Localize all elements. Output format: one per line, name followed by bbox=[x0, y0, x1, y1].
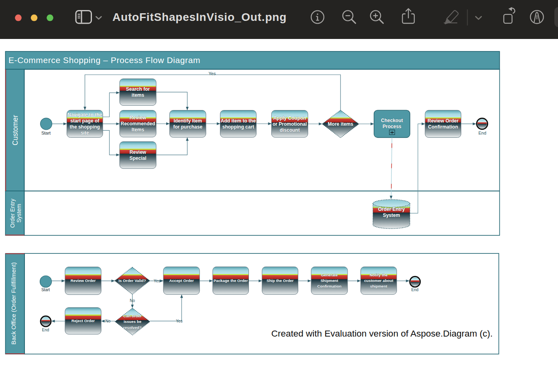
svg-text:Yes: Yes bbox=[154, 279, 160, 283]
svg-text:resolved?: resolved? bbox=[123, 325, 142, 330]
svg-text:Review Order: Review Order bbox=[428, 118, 459, 124]
svg-text:Order Entry: Order Entry bbox=[378, 206, 405, 212]
svg-text:Yes: Yes bbox=[209, 71, 216, 76]
svg-text:System: System bbox=[383, 212, 400, 218]
svg-text:Can order: Can order bbox=[123, 314, 142, 318]
svg-text:Apply Coupon: Apply Coupon bbox=[273, 115, 306, 121]
svg-text:Add item to the: Add item to the bbox=[221, 118, 256, 124]
svg-text:Review: Review bbox=[130, 149, 147, 155]
svg-text:Confirmation: Confirmation bbox=[428, 124, 458, 130]
svg-text:Created with Evaluation versio: Created with Evaluation version of Aspos… bbox=[271, 329, 493, 339]
svg-text:shopping cart: shopping cart bbox=[222, 124, 254, 130]
svg-text:End: End bbox=[42, 328, 49, 332]
svg-text:Review: Review bbox=[130, 115, 147, 120]
svg-text:the shopping: the shopping bbox=[70, 124, 100, 130]
svg-text:Generate: Generate bbox=[321, 273, 338, 277]
svg-text:issues be: issues be bbox=[124, 319, 142, 324]
svg-text:Accept Order: Accept Order bbox=[169, 278, 194, 283]
svg-text:Reject Order: Reject Order bbox=[71, 318, 95, 323]
svg-text:for purchase: for purchase bbox=[173, 124, 202, 130]
svg-text:Is Order Valid?: Is Order Valid? bbox=[118, 278, 146, 283]
svg-text:site: site bbox=[81, 130, 89, 136]
svg-text:Start: Start bbox=[41, 288, 50, 292]
svg-text:Recommended: Recommended bbox=[120, 121, 155, 127]
svg-text:E-Commerce Shopping – Process: E-Commerce Shopping – Process Flow Diagr… bbox=[8, 55, 200, 65]
svg-text:System: System bbox=[16, 204, 22, 223]
svg-text:No: No bbox=[130, 298, 135, 303]
svg-text:customer about: customer about bbox=[364, 278, 393, 283]
svg-text:End: End bbox=[411, 288, 419, 292]
svg-text:Shipment: Shipment bbox=[320, 278, 338, 283]
svg-text:or Promotional: or Promotional bbox=[273, 121, 307, 127]
svg-text:Confirmation: Confirmation bbox=[317, 284, 341, 288]
svg-text:Start: Start bbox=[41, 131, 51, 135]
svg-text:Navigate to the: Navigate to the bbox=[67, 112, 102, 118]
svg-text:start page of: start page of bbox=[70, 118, 100, 124]
svg-text:Search for: Search for bbox=[126, 86, 150, 92]
svg-text:End: End bbox=[479, 131, 487, 135]
svg-text:Identify Item: Identify Item bbox=[173, 118, 202, 124]
svg-text:Process: Process bbox=[383, 124, 401, 129]
svg-text:Back Office (Order Fullfillmen: Back Office (Order Fullfillment) bbox=[10, 262, 17, 345]
svg-text:Review Order: Review Order bbox=[71, 278, 96, 283]
svg-text:Customer: Customer bbox=[11, 115, 19, 145]
svg-text:Special: Special bbox=[129, 155, 146, 161]
svg-text:More items: More items bbox=[328, 121, 354, 127]
svg-text:Order Entry: Order Entry bbox=[9, 199, 16, 228]
svg-text:Notify the: Notify the bbox=[370, 273, 388, 277]
svg-text:Package the Order: Package the Order bbox=[214, 278, 248, 283]
svg-text:Items: Items bbox=[132, 127, 145, 133]
svg-text:No: No bbox=[106, 319, 111, 323]
svg-text:Ship the Order: Ship the Order bbox=[267, 278, 294, 283]
svg-text:discount: discount bbox=[280, 127, 300, 133]
svg-text:items: items bbox=[132, 92, 145, 98]
svg-text:Yes: Yes bbox=[176, 319, 182, 323]
svg-text:Checkout: Checkout bbox=[381, 118, 403, 123]
svg-text:shipment: shipment bbox=[370, 284, 388, 288]
